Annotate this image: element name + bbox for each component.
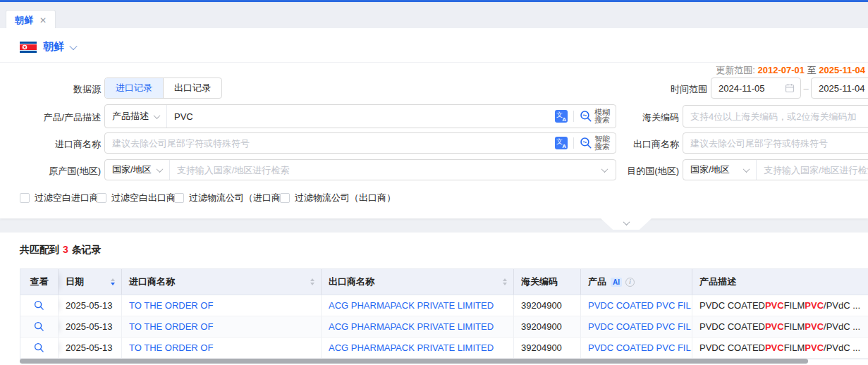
column-header-product: 产品 AI i: [581, 269, 692, 295]
country-selector[interactable]: 朝鲜: [20, 40, 76, 54]
view-record-button[interactable]: [20, 316, 59, 337]
export-records-button[interactable]: 出口记录: [164, 78, 221, 98]
close-icon[interactable]: ✕: [39, 16, 47, 25]
divider: [0, 62, 868, 63]
chevron-down-icon: [623, 218, 630, 225]
product-label: 产品/产品描述: [0, 111, 101, 124]
update-range-start: 2012-07-01: [757, 65, 805, 75]
destination-type-select[interactable]: 国家/地区: [683, 160, 757, 180]
form-row-2: 产品/产品描述 产品描述 文 A: [0, 104, 868, 128]
time-range-end-value: 2025-11-04: [819, 83, 865, 94]
product-link[interactable]: PVDC COATED PVC FIL...: [581, 338, 692, 358]
column-header-hs-code: 海关编码: [514, 269, 581, 295]
translate-icon[interactable]: 文 A: [555, 137, 568, 149]
description-cell: PVDC COATED PVC FILM PVC/PVdC ...: [692, 316, 868, 337]
update-range: 更新范围: 2012-07-01 至 2025-11-04: [716, 64, 865, 77]
importer-name-input[interactable]: [105, 133, 555, 153]
form-row-4: 原产国(地区) 国家/地区 目的国(地区) 国家/地区: [0, 159, 868, 180]
importer-search-group: 文 A 智能 搜索: [104, 132, 616, 154]
date-cell: 2025-05-13: [59, 338, 122, 358]
ai-badge: AI: [611, 278, 622, 287]
chevron-down-icon: [743, 166, 750, 173]
time-range-start-input[interactable]: 2024-11-05: [711, 78, 801, 99]
view-record-button[interactable]: [20, 338, 59, 358]
exporter-name-input[interactable]: [683, 133, 868, 153]
hs-code-box: [683, 105, 868, 128]
product-link[interactable]: PVDC COATED PVC FIL...: [581, 316, 692, 337]
tab-label: 朝鲜: [15, 14, 33, 27]
time-range-label: 时间范围: [621, 83, 707, 96]
destination-country-input[interactable]: [757, 160, 868, 180]
date-range-dash: –: [801, 83, 811, 94]
checkbox-filter-blank-exporter[interactable]: 过滤空白出口商: [97, 192, 176, 204]
destination-country-group: 国家/地区: [683, 159, 868, 180]
checkbox-icon: [97, 193, 106, 203]
column-header-description: 产品描述: [692, 269, 868, 295]
origin-country-input[interactable]: [170, 160, 602, 180]
exporter-name-box: [683, 132, 868, 154]
north-korea-flag-icon: [20, 42, 37, 53]
importer-link[interactable]: TO THE ORDER OF: [122, 316, 322, 337]
table-row: 2025-05-13 TO THE ORDER OF ACG PHARMAPAC…: [20, 295, 868, 316]
sort-icon-date[interactable]: [111, 278, 115, 285]
table-row: 2025-05-13 TO THE ORDER OF ACG PHARMAPAC…: [20, 338, 868, 359]
column-header-exporter[interactable]: 出口商名称: [322, 269, 514, 295]
description-cell: PVDC COATED PVC FILM PVC/PVdC ...: [692, 295, 868, 316]
exporter-link[interactable]: ACG PHARMAPACK PRIVATE LIMITED: [322, 316, 514, 337]
import-records-button[interactable]: 进口记录: [105, 78, 164, 98]
divider: [573, 137, 574, 149]
results-panel: 共匹配到3条记录 查看 日期 进口商名称 出口商名称 海关编码: [0, 233, 868, 365]
exporter-link[interactable]: ACG PHARMAPACK PRIVATE LIMITED: [322, 338, 514, 358]
filter-checkbox-row: 过滤空白进口商 过滤空白出口商 过滤物流公司（进口商） 过滤物流公司（出口商）: [0, 190, 868, 206]
tab-strip: 朝鲜 ✕: [0, 2, 868, 28]
magnifier-icon: [34, 300, 44, 311]
checkbox-filter-logistics-importer[interactable]: 过滤物流公司（进口商）: [174, 192, 290, 204]
destination-country-label: 目的国(地区): [578, 165, 679, 178]
form-row-3: 进口商名称 文 A 智能 搜索: [0, 132, 868, 154]
time-range-start-value: 2024-11-05: [719, 83, 765, 94]
origin-type-select[interactable]: 国家/地区: [105, 160, 170, 180]
date-cell: 2025-05-13: [59, 316, 122, 337]
magnifier-icon: [34, 342, 44, 353]
results-table: 查看 日期 进口商名称 出口商名称 海关编码 产品 AI i: [20, 268, 868, 359]
time-range-end-input[interactable]: 2025-11-04: [811, 78, 868, 99]
origin-country-label: 原产国(地区): [0, 165, 101, 178]
importer-link[interactable]: TO THE ORDER OF: [122, 338, 322, 358]
importer-name-label: 进口商名称: [0, 138, 101, 151]
table-row: 2025-05-13 TO THE ORDER OF ACG PHARMAPAC…: [20, 316, 868, 338]
info-icon[interactable]: i: [625, 278, 635, 287]
product-search-group: 产品描述 文 A 模糊: [104, 104, 616, 128]
exporter-name-label: 出口商名称: [578, 138, 679, 151]
data-source-segmented: 进口记录 出口记录: [104, 78, 222, 99]
hs-code-cell: 39204900: [514, 338, 581, 358]
hs-code-cell: 39204900: [514, 295, 581, 316]
table-header-row: 查看 日期 进口商名称 出口商名称 海关编码 产品 AI i: [20, 269, 868, 295]
collapse-panel-handle[interactable]: [601, 218, 652, 230]
chevron-down-icon: [154, 112, 161, 119]
checkbox-icon: [20, 193, 30, 203]
importer-link[interactable]: TO THE ORDER OF: [122, 295, 322, 316]
product-link[interactable]: PVDC COATED PVC FIL...: [581, 295, 692, 316]
form-row-1: 数据源 进口记录 出口记录 时间范围 2024-11-05 – 2025-11-…: [0, 78, 868, 99]
hs-code-label: 海关编码: [578, 111, 679, 124]
calendar-icon[interactable]: [785, 83, 795, 93]
sort-icon-exporter[interactable]: [503, 278, 507, 285]
results-summary: 共匹配到3条记录: [20, 244, 102, 256]
update-range-to: 至: [807, 65, 817, 75]
results-count: 3: [59, 244, 72, 255]
column-header-date[interactable]: 日期: [59, 269, 122, 295]
checkbox-filter-logistics-exporter[interactable]: 过滤物流公司（出口商）: [280, 192, 396, 204]
divider: [573, 111, 574, 122]
tab-north-korea[interactable]: 朝鲜 ✕: [6, 10, 56, 30]
column-header-importer[interactable]: 进口商名称: [122, 269, 322, 295]
checkbox-filter-blank-importer[interactable]: 过滤空白进口商: [20, 192, 99, 204]
hs-code-input[interactable]: [683, 106, 868, 127]
product-search-input[interactable]: [167, 105, 555, 128]
exporter-link[interactable]: ACG PHARMAPACK PRIVATE LIMITED: [322, 295, 514, 316]
sort-icon-importer[interactable]: [310, 278, 314, 285]
horizontal-scrollbar[interactable]: [20, 359, 808, 364]
view-record-button[interactable]: [20, 295, 59, 316]
product-type-select[interactable]: 产品描述: [105, 105, 167, 128]
update-range-label: 更新范围:: [716, 65, 755, 75]
translate-icon[interactable]: 文 A: [555, 110, 568, 123]
